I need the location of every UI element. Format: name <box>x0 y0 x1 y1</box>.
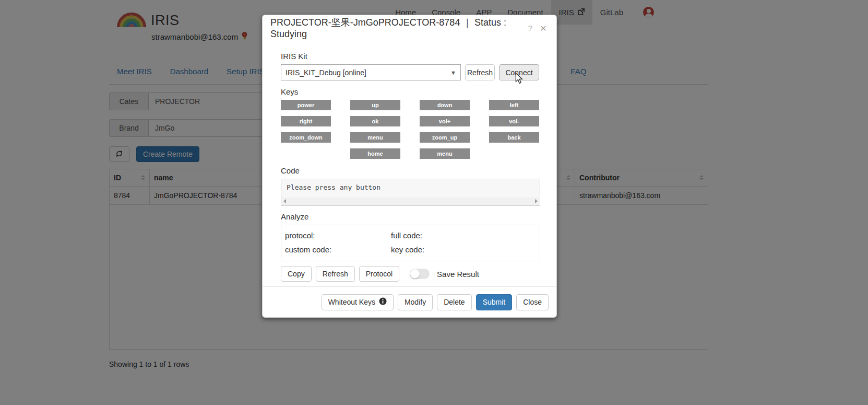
key-menu-2[interactable]: menu <box>420 148 470 159</box>
code-label: Code <box>281 166 539 175</box>
remote-detail-modal: PROJECTOR-坚果-JmGoPROJECTOR-8784 ｜ Status… <box>262 15 557 318</box>
key-home[interactable]: home <box>350 148 400 159</box>
key-zoom-up[interactable]: zoom_up <box>420 132 470 143</box>
protocol-field-label: protocol: <box>285 231 391 240</box>
scroll-left-icon[interactable] <box>283 199 286 203</box>
page: IRIS strawmanbobi@163.com Home Console A… <box>0 0 868 405</box>
key-code-field-label: key code: <box>391 245 540 254</box>
key-vol-minus[interactable]: vol- <box>489 116 539 126</box>
info-icon <box>379 297 387 307</box>
modal-footer: Whiteout Keys Modify Delete Submit Close <box>263 286 556 317</box>
toggle-knob <box>410 269 420 279</box>
whiteout-keys-button[interactable]: Whiteout Keys <box>322 294 394 310</box>
key-menu[interactable]: menu <box>350 132 400 143</box>
scroll-right-icon[interactable] <box>535 199 538 203</box>
code-placeholder-text: Please press any button <box>281 179 540 195</box>
modal-header: PROJECTOR-坚果-JmGoPROJECTOR-8784 ｜ Status… <box>263 15 556 41</box>
modify-button[interactable]: Modify <box>398 294 433 310</box>
kit-refresh-button[interactable]: Refresh <box>465 64 495 80</box>
horizontal-scrollbar[interactable] <box>282 198 539 205</box>
key-back[interactable]: back <box>489 132 539 143</box>
modal-title: PROJECTOR-坚果-JmGoPROJECTOR-8784 ｜ Status… <box>270 16 528 40</box>
iris-kit-label: IRIS Kit <box>281 52 539 61</box>
key-down[interactable]: down <box>420 100 470 110</box>
full-code-field-label: full code: <box>391 231 540 240</box>
keys-grid: power up down left right ok vol+ vol- zo… <box>281 100 539 159</box>
key-power[interactable]: power <box>281 100 331 110</box>
keys-label: Keys <box>281 87 539 96</box>
key-up[interactable]: up <box>350 100 400 110</box>
copy-button[interactable]: Copy <box>281 266 312 282</box>
code-output-area[interactable]: Please press any button <box>281 179 540 206</box>
key-vol-plus[interactable]: vol+ <box>420 116 470 126</box>
refresh-code-button[interactable]: Refresh <box>316 266 355 282</box>
delete-button[interactable]: Delete <box>437 294 471 310</box>
iris-kit-select[interactable]: IRIS_KIT_Debug [online] ▼ <box>281 64 461 80</box>
close-icon[interactable]: × <box>540 22 546 33</box>
analyze-label: Analyze <box>281 212 539 221</box>
analyze-panel: protocol: full code: custom code: key co… <box>281 225 540 261</box>
iris-kit-selected-value: IRIS_KIT_Debug [online] <box>286 68 366 77</box>
caret-down-icon: ▼ <box>450 70 456 76</box>
close-button[interactable]: Close <box>516 294 549 310</box>
custom-code-field-label: custom code: <box>285 245 391 254</box>
key-left[interactable]: left <box>489 100 539 110</box>
save-result-label: Save Result <box>437 270 479 279</box>
key-ok[interactable]: ok <box>350 116 400 126</box>
help-icon[interactable]: ? <box>528 24 532 32</box>
save-result-toggle[interactable] <box>410 269 430 279</box>
key-right[interactable]: right <box>281 116 331 126</box>
submit-button[interactable]: Submit <box>476 294 513 310</box>
kit-connect-button[interactable]: Connect <box>499 64 539 80</box>
key-zoom-down[interactable]: zoom_down <box>281 132 331 143</box>
protocol-button[interactable]: Protocol <box>359 266 399 282</box>
